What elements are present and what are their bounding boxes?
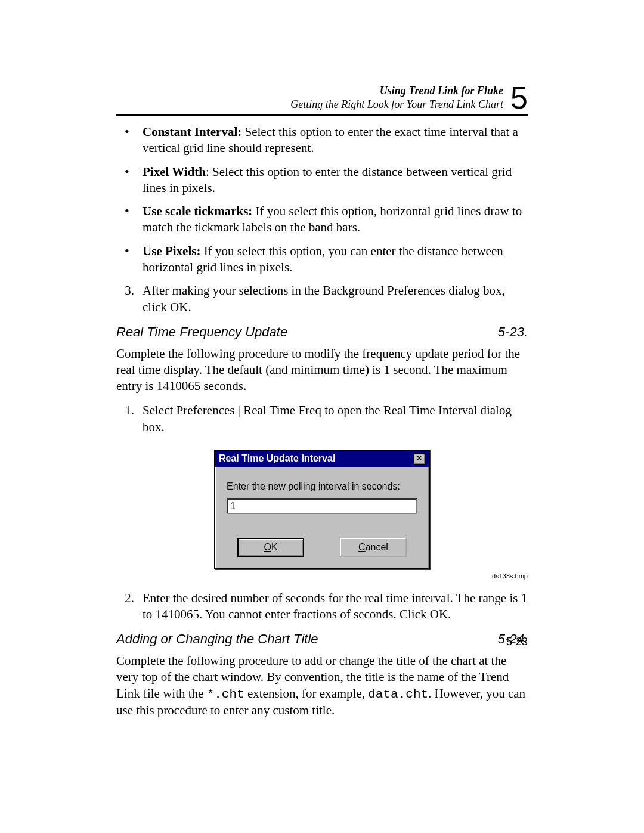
cancel-button[interactable]: Cancel [340, 538, 407, 558]
header-text: Using Trend Link for Fluke Getting the R… [290, 84, 503, 113]
section-paragraph: Complete the following procedure to add … [116, 653, 528, 719]
chapter-number: 5 [510, 82, 528, 113]
list-item: Pixel Width: Select this option to enter… [116, 164, 528, 197]
option-bullet-list: Constant Interval: Select this option to… [116, 124, 528, 275]
list-item: Use scale tickmarks: If you select this … [116, 203, 528, 236]
figure-caption: ds138s.bmp [116, 572, 528, 580]
dialog-label: Enter the new polling interval in second… [227, 481, 417, 493]
step-item: 2.Enter the desired number of seconds fo… [116, 590, 528, 623]
page-header: Using Trend Link for Fluke Getting the R… [116, 82, 528, 116]
dialog-button-row: OK Cancel [227, 538, 417, 558]
header-line1: Using Trend Link for Fluke [290, 84, 503, 98]
bullet-bold: Use scale tickmarks: [143, 204, 252, 218]
page-number: 5-23 [506, 636, 528, 648]
section-heading: Adding or Changing the Chart Title 5-24. [116, 631, 528, 648]
bullet-bold: Use Pixels: [143, 244, 200, 258]
list-item: Constant Interval: Select this option to… [116, 124, 528, 157]
section-title: Adding or Changing the Chart Title [116, 631, 318, 648]
dialog-body: Enter the new polling interval in second… [215, 467, 429, 569]
document-page: Using Trend Link for Fluke Getting the R… [0, 0, 644, 833]
step-text: Enter the desired number of seconds for … [143, 591, 527, 621]
section-title: Real Time Frequency Update [116, 324, 287, 341]
list-item: Use Pixels: If you select this option, y… [116, 243, 528, 276]
dialog-titlebar: Real Time Update Interval × [215, 451, 429, 467]
dialog-title: Real Time Update Interval [219, 453, 335, 465]
step-item: 3.After making your selections in the Ba… [116, 283, 528, 315]
step-number: 3. [116, 283, 134, 299]
step-number: 1. [116, 402, 134, 419]
bullet-bold: Pixel Width [143, 165, 206, 179]
code-text: *.cht [207, 688, 244, 701]
close-icon[interactable]: × [413, 453, 425, 465]
bullet-bold: Constant Interval: [143, 125, 242, 139]
code-text: data.cht [368, 688, 428, 701]
step-number: 2. [116, 590, 134, 606]
procedure-steps: 2.Enter the desired number of seconds fo… [116, 590, 528, 623]
polling-interval-input[interactable] [227, 498, 417, 514]
procedure-steps: 1. Select Preferences | Real Time Freq t… [116, 402, 528, 435]
real-time-interval-dialog: Real Time Update Interval × Enter the ne… [214, 450, 430, 569]
section-number: 5-23. [498, 324, 528, 341]
header-line2: Getting the Right Look for Your Trend Li… [290, 98, 503, 112]
procedure-steps: 3.After making your selections in the Ba… [116, 283, 528, 315]
section-heading: Real Time Frequency Update 5-23. [116, 324, 528, 341]
step-text: Select Preferences | Real Time Freq to o… [143, 403, 512, 433]
section-paragraph: Complete the following procedure to modi… [116, 346, 528, 395]
ok-button[interactable]: OK [237, 538, 304, 558]
dialog-figure: Real Time Update Interval × Enter the ne… [116, 450, 528, 569]
body-text: Constant Interval: Select this option to… [116, 124, 528, 719]
step-text: After making your selections in the Back… [143, 283, 505, 314]
step-item: 1. Select Preferences | Real Time Freq t… [116, 402, 528, 435]
